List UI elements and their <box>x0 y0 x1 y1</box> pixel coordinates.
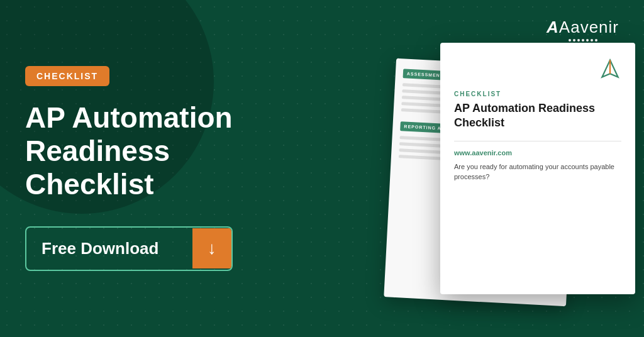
free-download-button[interactable]: Free Download ↓ <box>25 226 233 271</box>
left-content: CHECKLIST AP Automation Readiness Checkl… <box>0 66 302 271</box>
doc-title: AP Automation Readiness Checklist <box>454 101 621 131</box>
main-title: AP Automation Readiness Checklist <box>25 101 302 201</box>
download-arrow-icon: ↓ <box>208 240 216 257</box>
document-front: CHECKLIST AP Automation Readiness Checkl… <box>440 43 635 294</box>
download-icon-box: ↓ <box>192 228 231 268</box>
doc-url: www.aavenir.com <box>454 149 621 157</box>
doc-checklist-label: CHECKLIST <box>454 91 621 97</box>
doc-logo-icon <box>599 58 621 80</box>
checklist-badge: CHECKLIST <box>25 66 109 86</box>
download-button-label: Free Download <box>26 228 192 270</box>
documents-area: ASSESSMENTS REPORTING AND ANALYTICS <box>302 0 644 337</box>
doc-logo <box>454 58 621 80</box>
page-background: AAavenir CHECKLIST AP Automation Readine… <box>0 0 644 337</box>
doc-description: Are you ready for automating your accoun… <box>454 162 621 182</box>
doc-divider <box>454 141 621 141</box>
